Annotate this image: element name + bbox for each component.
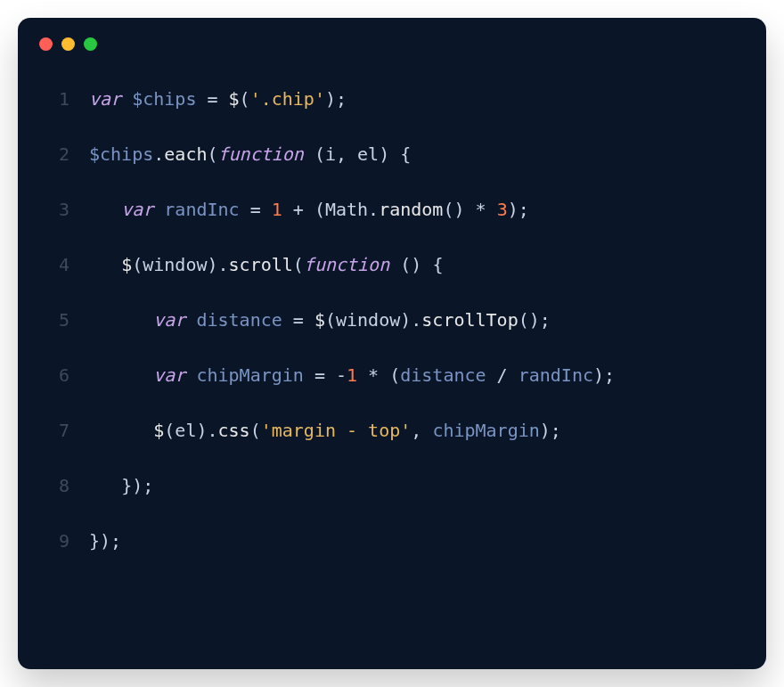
- token-op: /: [486, 364, 519, 386]
- token-paren: (: [240, 88, 250, 110]
- token-paren: (): [400, 254, 421, 275]
- token-op: *: [465, 199, 497, 220]
- token-func: each: [164, 143, 207, 165]
- token-var-name: $chips: [89, 143, 153, 165]
- code-content: $chips.each(function (i, el) {: [89, 142, 411, 167]
- token-op: =: [304, 364, 336, 386]
- token-paren: (: [164, 420, 175, 441]
- token-op: -: [336, 364, 347, 386]
- token-kw: var: [89, 88, 121, 110]
- token-op: [389, 254, 400, 275]
- token-punct: ;: [540, 309, 551, 331]
- token-func: scrollTop: [421, 309, 518, 331]
- maximize-icon[interactable]: [84, 37, 97, 51]
- line-number: 9: [39, 528, 69, 553]
- token-op: [389, 143, 400, 165]
- close-icon[interactable]: [39, 37, 53, 51]
- token-paren: (): [443, 199, 464, 220]
- token-paren: (: [314, 199, 325, 220]
- token-op: =: [282, 309, 314, 331]
- token-punct: ;: [110, 530, 121, 552]
- token-op: [185, 364, 196, 386]
- token-var-name: $chips: [132, 88, 196, 110]
- token-obj: window: [336, 309, 400, 331]
- code-line: 2$chips.each(function (i, el) {: [39, 142, 745, 167]
- token-paren: {: [400, 143, 411, 165]
- code-line: 9});: [39, 528, 745, 553]
- token-var-name: chipMargin: [432, 420, 539, 441]
- token-fn-kw: function: [304, 254, 389, 275]
- token-paren: (: [314, 143, 325, 165]
- token-paren: ): [132, 475, 143, 496]
- token-paren: (: [325, 309, 336, 331]
- token-str: '.chip': [250, 88, 325, 110]
- token-var-name: chipMargin: [196, 364, 303, 386]
- window-titlebar: [18, 18, 766, 51]
- code-window: 1var $chips = $('.chip');2$chips.each(fu…: [18, 18, 766, 669]
- token-kw: var: [153, 309, 185, 331]
- token-paren: {: [432, 254, 443, 275]
- token-op: [185, 309, 196, 331]
- token-func: $: [121, 254, 132, 275]
- token-num: 1: [272, 199, 282, 220]
- token-param: i: [325, 143, 336, 165]
- line-number: 3: [39, 197, 69, 222]
- token-paren: }: [89, 530, 100, 552]
- token-op: +: [282, 199, 314, 220]
- token-str: 'margin - top': [261, 420, 412, 441]
- token-paren: (: [250, 420, 261, 441]
- token-func: css: [218, 420, 250, 441]
- token-paren: ): [196, 420, 207, 441]
- token-dot-op: .: [218, 254, 229, 275]
- token-punct: ;: [551, 420, 561, 441]
- code-line: 4 $(window).scroll(function () {: [39, 252, 745, 277]
- token-var-name: distance: [196, 309, 282, 331]
- line-number: 5: [39, 307, 69, 332]
- token-punct: ;: [604, 364, 615, 386]
- code-line: 7 $(el).css('margin - top', chipMargin);: [39, 418, 745, 443]
- code-line: 3 var randInc = 1 + (Math.random() * 3);: [39, 197, 745, 222]
- minimize-icon[interactable]: [61, 37, 75, 51]
- code-content: $(window).scroll(function () {: [89, 252, 443, 277]
- token-var-name: randInc: [519, 364, 593, 386]
- line-number: 7: [39, 418, 69, 443]
- token-op: [153, 199, 164, 220]
- token-kw: var: [153, 364, 185, 386]
- code-content: var distance = $(window).scrollTop();: [89, 307, 551, 332]
- token-op: =: [196, 88, 228, 110]
- token-func: random: [379, 199, 443, 220]
- token-punct: ,: [336, 143, 357, 165]
- token-obj: Math: [325, 199, 368, 220]
- token-op: [304, 143, 314, 165]
- code-content: var randInc = 1 + (Math.random() * 3);: [89, 197, 529, 222]
- token-punct: ,: [411, 420, 432, 441]
- token-func: $: [314, 309, 325, 331]
- token-obj: el: [175, 420, 196, 441]
- code-content: var $chips = $('.chip');: [89, 86, 347, 111]
- token-paren: ): [540, 420, 551, 441]
- code-content: });: [89, 528, 121, 553]
- code-line: 1var $chips = $('.chip');: [39, 86, 745, 111]
- token-dot-op: .: [207, 420, 217, 441]
- token-op: [121, 88, 132, 110]
- token-punct: ;: [336, 88, 347, 110]
- token-op: =: [240, 199, 272, 220]
- code-line: 8 });: [39, 473, 745, 498]
- token-paren: (: [389, 364, 400, 386]
- line-number: 2: [39, 142, 69, 167]
- token-paren: (: [132, 254, 143, 275]
- token-paren: ): [400, 309, 411, 331]
- token-punct: ;: [519, 199, 529, 220]
- token-paren: ): [207, 254, 217, 275]
- line-number: 8: [39, 473, 69, 498]
- token-paren: ): [508, 199, 519, 220]
- token-punct: ;: [143, 475, 153, 496]
- token-param: el: [357, 143, 379, 165]
- line-number: 6: [39, 363, 69, 388]
- code-content: var chipMargin = -1 * (distance / randIn…: [89, 363, 615, 388]
- token-fn-kw: function: [218, 143, 304, 165]
- line-number: 4: [39, 252, 69, 277]
- token-paren: ): [593, 364, 604, 386]
- token-obj: window: [143, 254, 207, 275]
- token-paren: ): [379, 143, 389, 165]
